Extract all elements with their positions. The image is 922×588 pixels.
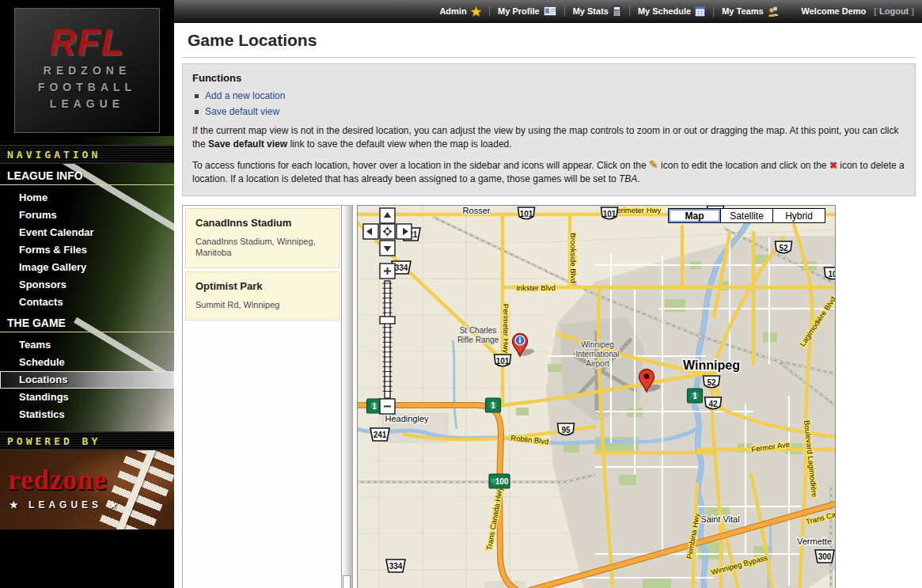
pan-center-button[interactable] [380,224,395,239]
topbar-my-stats-label: My Stats [573,6,609,16]
topbar: Admin ★ My Profile My Stats [174,0,922,23]
logout-group: [ Logout ] [874,6,914,16]
save-default-view-link[interactable]: Save default view [205,106,279,117]
map-label: Rosser [463,206,491,215]
map-canvas[interactable]: RosserHeadingleyOak BluffSaint VitalVerm… [357,205,836,588]
highway-shield-101: 101 [495,355,511,366]
app-window: RFL REDZONE FOOTBALL LEAGUE NAVIGATION L… [0,0,922,588]
calendar-icon [695,6,705,17]
highway-shield-300: 300 [815,550,834,563]
delete-x-icon: ✖ [829,160,837,171]
location-card[interactable]: CanadInns StadiumCanadInns Stadium, Winn… [185,208,340,268]
star-icon: ★ [471,7,481,16]
league-logo: RFL REDZONE FOOTBALL LEAGUE [14,8,160,133]
add-location-link[interactable]: Add a new location [205,90,285,101]
powered-by-header: POWERED BY [0,431,174,450]
svg-text:52: 52 [779,244,788,252]
calculator-icon [613,6,621,17]
logout-bracket: ] [911,6,914,16]
svg-text:334: 334 [389,562,403,571]
sidebar-item-image-gallery[interactable]: Image Gallery [0,259,174,276]
instr2-p2: icon to edit the location and click on t… [658,160,829,171]
sidebar-item-locations[interactable]: Locations [0,371,174,389]
function-link-row: Add a new location [192,90,905,101]
sidebar-item-schedule[interactable]: Schedule [0,354,174,371]
map-label: St Charles [460,326,497,335]
svg-text:241: 241 [374,431,387,439]
map-label: Vermette [797,537,832,546]
location-address: CanadInns Stadium, Winnipeg, Manitoba [195,236,329,258]
redzone-leagues-logo: redzone ★ LEAGUES ★ [0,450,174,529]
zoom-slider-handle[interactable] [380,317,395,324]
topbar-my-schedule-label: My Schedule [638,6,691,16]
svg-text:101: 101 [603,210,617,218]
topbar-my-profile-label: My Profile [498,6,540,16]
id-card-icon [544,6,556,16]
sidebar-item-sponsors[interactable]: Sponsors [0,276,174,294]
main-column: Admin ★ My Profile My Stats [174,0,922,588]
location-card[interactable]: Optimist ParkSummit Rd, Winnipeg [185,271,340,321]
welcome-user-label: Welcome Demo [802,6,867,16]
highway-shield-52: 52 [776,241,792,253]
scrollbar-thumb[interactable] [343,575,351,588]
highway-shield-1: 1 [486,398,501,412]
functions-box: Functions Add a new location Save defaul… [182,63,916,196]
highway-shield-42: 42 [705,397,722,409]
topbar-my-schedule[interactable]: My Schedule [629,6,713,17]
locations-panel: CanadInns StadiumCanadInns Stadium, Winn… [182,205,353,588]
highway-shield-101: 101 [601,207,618,219]
content-area: Game Locations Functions Add a new locat… [174,23,922,588]
navigation-header: NAVIGATION [0,145,174,164]
map-type-hybrid[interactable]: Hybrid [772,208,825,223]
league-logo-line: REDZONE [15,63,159,79]
sidebar-sections: LEAGUE INFOHomeForumsEvent CalendarForms… [0,164,174,423]
redzone-brand-name: redzone [8,465,107,496]
svg-text:1: 1 [372,402,377,411]
sidebar-item-statistics[interactable]: Statistics [0,406,174,423]
people-icon [768,6,780,17]
locations-list: CanadInns StadiumCanadInns Stadium, Winn… [185,208,340,324]
highway-shield-334: 334 [386,560,405,572]
topbar-my-stats[interactable]: My Stats [564,6,629,17]
sidebar-item-home[interactable]: Home [0,189,174,207]
topbar-my-teams-label: My Teams [722,6,763,16]
locations-scrollbar[interactable] [341,206,352,588]
svg-text:101: 101 [496,357,510,366]
svg-text:52: 52 [707,378,716,387]
sidebar-item-standings[interactable]: Standings [0,389,174,406]
map-label: Brookside Blvd [569,233,578,283]
instr1-bold: Save default view [208,138,287,150]
map-label: Winnipeg [581,340,614,349]
svg-text:334: 334 [395,264,408,272]
sidebar-item-contacts[interactable]: Contacts [0,294,174,311]
highway-shield-101: 101 [518,207,535,219]
logout-button[interactable]: Logout [879,6,909,16]
topbar-admin-label: Admin [439,6,466,16]
highway-shield-95: 95 [558,423,575,435]
map-label: International [575,350,619,358]
winnipeg-map: RosserHeadingleyOak BluffSaint VitalVerm… [358,206,835,588]
functions-heading: Functions [192,72,905,84]
instructions-paragraph-2: To access functions for each location, h… [192,158,905,186]
highway-shield-241: 241 [370,428,389,441]
location-name: CanadInns Stadium [195,217,329,229]
sidebar-item-teams[interactable]: Teams [0,336,174,354]
map-type-map[interactable]: Map [668,208,721,223]
map-type-satellite[interactable]: Satellite [720,208,773,223]
map-label: Airport [586,359,609,368]
svg-text:95: 95 [561,426,571,434]
sidebar-item-forms-files[interactable]: Forms & Files [0,241,174,259]
topbar-my-profile[interactable]: My Profile [489,6,564,16]
topbar-my-teams[interactable]: My Teams [713,6,787,17]
nav-section-title: LEAGUE INFO [0,164,174,185]
sidebar: RFL REDZONE FOOTBALL LEAGUE NAVIGATION L… [0,0,174,588]
sidebar-item-event-calendar[interactable]: Event Calendar [0,224,174,241]
topbar-admin[interactable]: Admin ★ [431,6,489,16]
sidebar-item-forums[interactable]: Forums [0,207,174,224]
nav-section-title: THE GAME [0,311,174,332]
map-type-buttons: MapSatelliteHybrid [669,208,825,223]
redzone-brand-sub: ★ LEAGUES ★ [9,499,121,510]
svg-text:1: 1 [692,392,697,400]
location-name: Optimist Park [195,280,329,292]
map-label: Headingley [385,414,429,423]
